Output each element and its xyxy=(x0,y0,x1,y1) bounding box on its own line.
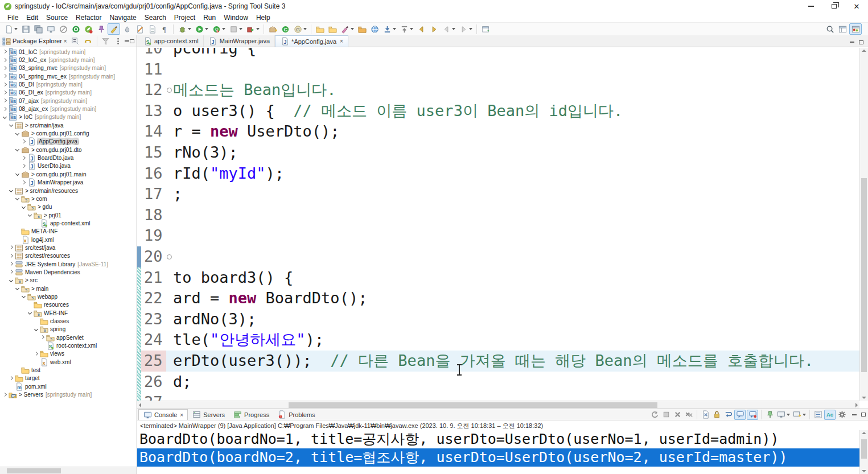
link-with-editor-button[interactable] xyxy=(83,35,94,47)
skip-all-breakpoints-button[interactable] xyxy=(57,23,69,35)
console-scroll-down-icon[interactable] xyxy=(862,470,866,472)
code-line[interactable]: 18 xyxy=(137,205,859,226)
coverage-dropdown-icon[interactable] xyxy=(222,28,225,30)
code-editor[interactable]: 10pconfig {1112메소드는 Bean입니다.13o user3() … xyxy=(137,48,859,401)
new-editor-window-button[interactable] xyxy=(480,23,491,35)
tab-close-icon[interactable]: × xyxy=(180,412,183,418)
menu-navigate[interactable]: Navigate xyxy=(105,14,140,22)
explorer-maximize-button[interactable] xyxy=(130,36,135,46)
terminate-button[interactable] xyxy=(661,410,671,420)
expanded-chevron-icon[interactable] xyxy=(33,327,39,332)
collapsed-chevron-icon[interactable] xyxy=(20,180,26,186)
collapsed-chevron-icon[interactable] xyxy=(33,351,39,357)
toggle-mark-dropdown-icon[interactable] xyxy=(351,28,354,30)
tree-item[interactable]: JAppConfig.java xyxy=(0,138,137,146)
boot-dashboard-button[interactable] xyxy=(70,23,81,35)
tree-item[interactable]: Sroot-context.xml xyxy=(0,341,137,349)
tree-item[interactable]: xlog4j.xml xyxy=(0,236,137,244)
menu-edit[interactable]: Edit xyxy=(22,14,42,22)
menu-file[interactable]: File xyxy=(3,14,22,22)
back-disabled-button[interactable] xyxy=(441,23,456,35)
expanded-chevron-icon[interactable] xyxy=(27,310,32,316)
back-to-anchor-button[interactable] xyxy=(398,23,414,35)
collapsed-chevron-icon[interactable] xyxy=(20,163,26,169)
external-tools-button[interactable] xyxy=(245,23,261,35)
display-selected-console-button[interactable] xyxy=(776,410,791,420)
open-perspective-button[interactable] xyxy=(837,23,848,35)
open-console-dropdown-icon[interactable] xyxy=(803,414,806,416)
collapsed-chevron-icon[interactable] xyxy=(8,269,14,275)
external-tools-dropdown-icon[interactable] xyxy=(256,28,260,30)
editor-vscroll-thumb[interactable] xyxy=(861,178,867,372)
focus-on-active-task-button[interactable] xyxy=(100,35,112,47)
collapsed-chevron-icon[interactable] xyxy=(2,65,7,71)
coverage-button[interactable]: Q xyxy=(211,23,227,35)
console-vscroll-thumb[interactable] xyxy=(861,439,867,459)
code-line[interactable]: 14r = new UserDto(); xyxy=(137,121,859,142)
tree-item[interactable]: MS05_DI[springstudy main] xyxy=(0,80,137,88)
close-button[interactable]: ✕ xyxy=(845,0,868,13)
open-folder-button[interactable] xyxy=(356,23,368,35)
tree-item[interactable]: JBoardDto.java xyxy=(0,154,137,162)
expanded-chevron-icon[interactable] xyxy=(8,188,14,193)
tree-item[interactable]: test xyxy=(0,366,137,374)
collapsed-chevron-icon[interactable] xyxy=(20,139,26,145)
editor-tab-mainwrapper-java[interactable]: JMainWrapper.java xyxy=(204,35,275,47)
new-java-class-button[interactable]: C xyxy=(279,23,291,35)
menu-project[interactable]: Project xyxy=(170,14,199,22)
collapsed-chevron-icon[interactable] xyxy=(8,245,14,250)
clear-console-button[interactable] xyxy=(700,410,710,420)
scroll-lock-button[interactable] xyxy=(711,410,722,420)
minimize-button[interactable] xyxy=(800,0,822,13)
mark-occurrences-button[interactable] xyxy=(108,23,120,35)
expanded-chevron-icon[interactable] xyxy=(14,286,20,291)
tree-item[interactable]: target xyxy=(0,374,137,382)
forward-disabled-button[interactable] xyxy=(458,23,474,35)
tree-item[interactable]: xweb.xml xyxy=(0,358,137,366)
fold-marker-icon[interactable] xyxy=(166,80,173,101)
tree-item[interactable]: views xyxy=(0,350,137,358)
explorer-minimize-button[interactable] xyxy=(125,36,130,46)
scroll-up-arrow-icon[interactable] xyxy=(862,50,866,52)
show-on-stdout-button[interactable] xyxy=(734,410,746,420)
tree-item[interactable]: 5appServlet xyxy=(0,333,137,341)
restore-button[interactable] xyxy=(822,0,845,13)
explorer-hscroll-thumb[interactable] xyxy=(7,468,61,473)
code-line[interactable]: 25erDto(user3()); // 다른 Bean을 가져올 때는 해당 … xyxy=(137,351,859,372)
collapse-all-button[interactable] xyxy=(70,35,81,47)
collapsed-chevron-icon[interactable] xyxy=(8,253,14,259)
tree-item[interactable]: > Servers[springstudy main] xyxy=(0,390,137,398)
show-source-button[interactable] xyxy=(146,23,158,35)
java-perspective-button[interactable] xyxy=(849,23,862,35)
code-line[interactable]: 24tle("안녕하세요"); xyxy=(137,329,859,351)
run-dropdown-icon[interactable] xyxy=(205,28,208,30)
relaunch-button[interactable] xyxy=(649,410,660,420)
new-java-package-button[interactable] xyxy=(267,23,278,35)
remove-launch-button[interactable] xyxy=(672,410,682,420)
expanded-chevron-icon[interactable] xyxy=(8,278,14,283)
collapsed-chevron-icon[interactable] xyxy=(2,73,7,79)
code-line[interactable]: 15rNo(3); xyxy=(137,142,859,163)
expanded-chevron-icon[interactable] xyxy=(2,114,7,120)
save-all-button[interactable] xyxy=(32,23,44,35)
tree-item[interactable]: 5> prj01 xyxy=(0,211,137,219)
expanded-chevron-icon[interactable] xyxy=(14,171,20,177)
collapsed-chevron-icon[interactable] xyxy=(2,392,7,398)
collapsed-chevron-icon[interactable] xyxy=(2,82,7,88)
back-to-anchor-dropdown-icon[interactable] xyxy=(410,28,413,30)
tree-item[interactable]: JUserDto.java xyxy=(0,162,137,170)
collapsed-chevron-icon[interactable] xyxy=(2,49,7,55)
code-line[interactable]: 16rId("myId"); xyxy=(137,163,859,184)
back-disabled-dropdown-icon[interactable] xyxy=(452,28,455,30)
code-line[interactable]: 23ardNo(3); xyxy=(137,309,859,330)
display-selected-console-dropdown-icon[interactable] xyxy=(787,414,790,416)
open-type-dropdown-icon[interactable] xyxy=(303,28,307,30)
tree-item[interactable]: 5> gdu xyxy=(0,203,137,211)
forward-history-button[interactable] xyxy=(428,23,439,35)
code-line[interactable]: 26d; xyxy=(137,372,859,393)
console-tab-servers[interactable]: Servers xyxy=(188,409,229,420)
show-on-stderr-button[interactable] xyxy=(747,410,758,420)
collapsed-chevron-icon[interactable] xyxy=(2,98,7,104)
tree-item[interactable]: 5spring xyxy=(0,325,137,333)
scroll-right-arrow-icon[interactable] xyxy=(855,403,858,407)
